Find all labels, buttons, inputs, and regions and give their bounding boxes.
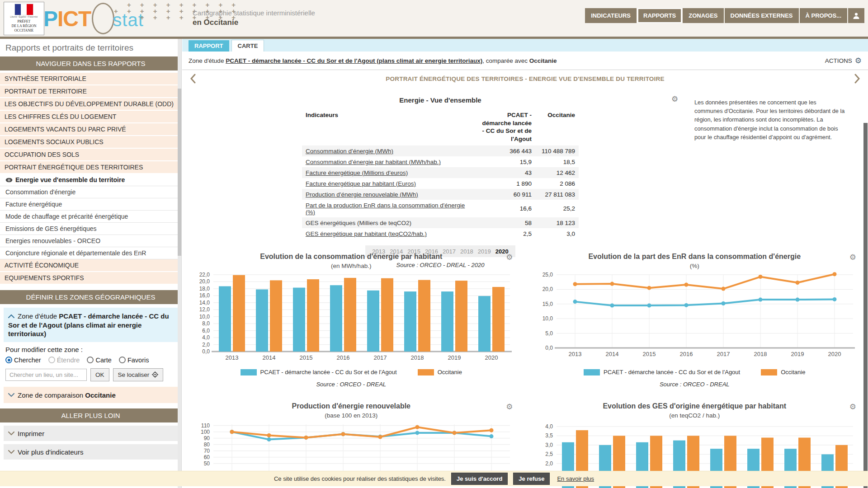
- actions-label: ACTIONS: [825, 57, 852, 64]
- indicator-label[interactable]: Consommation d'énergie par habitant (MWh…: [302, 156, 476, 167]
- table-settings-gear-icon[interactable]: ⚙: [671, 94, 678, 104]
- expander-imprimer[interactable]: Imprimer: [4, 426, 178, 441]
- sidebar-item[interactable]: OCCUPATION DES SOLS: [0, 149, 181, 161]
- chevron-right-icon: [854, 74, 860, 84]
- svg-text:2020: 2020: [828, 351, 841, 357]
- sidebar-title: Rapports et portraits de territoires: [0, 39, 181, 56]
- cookie-agree-button[interactable]: Je suis d'accord: [451, 473, 508, 485]
- sidebar-item[interactable]: SYNTHÈSE TERRITORIALE: [0, 73, 181, 85]
- table-row: Facture énergétique par habitant (Euros)…: [302, 178, 579, 189]
- search-input[interactable]: [5, 369, 87, 381]
- legend-swatch-icon: [761, 369, 777, 375]
- zone-etude-prefix: Zone d'étude: [18, 312, 59, 320]
- gov-line1: PRÉFET: [4, 19, 44, 24]
- region-value: 25,2: [535, 200, 579, 217]
- sidebar-item[interactable]: Mode de chauffage et précarité énergétiq…: [0, 211, 181, 223]
- view-tabstrip: RAPPORT CARTE: [182, 39, 868, 52]
- eye-icon: [5, 178, 13, 183]
- chart-settings-gear-icon[interactable]: ⚙: [506, 253, 513, 262]
- svg-text:2,5: 2,5: [546, 451, 553, 457]
- legend-swatch-icon: [418, 369, 434, 375]
- sidebar-item[interactable]: Emissions de GES énergétiques: [0, 223, 181, 235]
- legend-item: Occitanie: [761, 369, 805, 375]
- sidebar-item[interactable]: LES CHIFFRES CLÉS DU LOGEMENT: [0, 111, 181, 123]
- cookie-more-link[interactable]: En savoir plus: [557, 475, 594, 482]
- nav-item-rapports[interactable]: RAPPORTS: [637, 8, 682, 23]
- indicator-label[interactable]: Facture énergétique (Millions d'euros): [302, 167, 476, 178]
- expander-more-indicators[interactable]: Voir plus d'indicateurs: [4, 444, 178, 460]
- indicator-label[interactable]: Production d'énergie renouvelable (MWh): [302, 189, 476, 200]
- nav-item-indicateurs[interactable]: INDICATEURS: [585, 8, 637, 23]
- svg-text:15,0: 15,0: [542, 301, 553, 307]
- region-value: 3,0: [535, 228, 579, 239]
- chart-canvas: 22,020,018,016,014,012,010,08,06,04,02,0…: [186, 272, 516, 365]
- svg-text:2016: 2016: [680, 351, 693, 357]
- sidebar-item[interactable]: EQUIPEMENTS SPORTIFS: [0, 272, 181, 285]
- sidebar-item[interactable]: Facture énergétique: [0, 198, 181, 211]
- main-scrollbar[interactable]: [863, 88, 868, 486]
- zone-value: 16,6: [476, 200, 535, 217]
- radio-favoris[interactable]: Favoris: [119, 357, 149, 364]
- svg-text:2019: 2019: [791, 351, 804, 357]
- next-report-arrow[interactable]: [846, 74, 868, 84]
- radio-chercher[interactable]: Chercher: [5, 357, 41, 364]
- tab-rapport[interactable]: RAPPORT: [189, 40, 229, 52]
- tab-carte[interactable]: CARTE: [231, 40, 264, 52]
- sidebar-item[interactable]: PORTRAIT ÉNERGÉTIQUE DES TERRITOIRES: [0, 161, 181, 174]
- sidebar-item[interactable]: PORTRAIT DE TERRITOIRE: [0, 85, 181, 98]
- french-flag-icon: [14, 4, 33, 15]
- user-icon: [853, 12, 860, 19]
- sidebar-item[interactable]: Energies renouvelables - ORCEO: [0, 235, 181, 247]
- svg-text:4,0: 4,0: [546, 423, 553, 430]
- cookie-banner: Ce site utilise des cookies pour réalise…: [0, 471, 868, 486]
- zone-bar-link[interactable]: PCAET - démarche lancée - CC du Sor et d…: [226, 57, 482, 64]
- table-row: Part de la production EnR dans la consom…: [302, 200, 579, 217]
- search-ok-button[interactable]: OK: [90, 368, 109, 381]
- indicator-label[interactable]: Facture énergétique par habitant (Euros): [302, 178, 476, 189]
- svg-text:70: 70: [203, 448, 210, 454]
- svg-text:2017: 2017: [373, 354, 387, 361]
- expander-imprimer-label: Imprimer: [18, 430, 44, 437]
- overview-table-block: Energie - Vue d'ensemble Indicateurs PCA…: [302, 96, 579, 268]
- target-icon: [152, 371, 158, 378]
- chart-settings-gear-icon[interactable]: ⚙: [849, 253, 856, 262]
- sidebar-item[interactable]: Conjoncture régionale et départementale …: [0, 247, 181, 259]
- sidebar-item[interactable]: LOGEMENTS SOCIAUX PUBLICS: [0, 136, 181, 149]
- svg-text:22,0: 22,0: [199, 272, 210, 278]
- sidebar-item[interactable]: ACTIVITÉ ÉCONOMIQUE: [0, 259, 181, 272]
- zone-comparaison-panel[interactable]: Zone de comparaison Occitanie: [4, 387, 178, 403]
- sidebar-item[interactable]: LOGEMENTS VACANTS DU PARC PRIVÉ: [0, 123, 181, 136]
- zone-value: 366 443: [476, 145, 535, 156]
- svg-text:2016: 2016: [336, 354, 349, 361]
- user-menu-button[interactable]: [848, 8, 864, 23]
- main-area: RAPPORT CARTE Zone d'étude PCAET - démar…: [182, 39, 868, 488]
- locate-button[interactable]: Se localiser: [113, 368, 164, 381]
- radio-carte[interactable]: Carte: [87, 357, 111, 364]
- cookie-refuse-button[interactable]: Je refuse: [513, 473, 550, 485]
- nav-item--propos-[interactable]: À PROPOS...: [800, 8, 847, 23]
- svg-text:6,0: 6,0: [202, 328, 210, 334]
- chart-settings-gear-icon[interactable]: ⚙: [506, 402, 513, 412]
- previous-report-arrow[interactable]: [182, 74, 204, 84]
- svg-text:2,0: 2,0: [546, 460, 553, 467]
- svg-text:10,0: 10,0: [542, 315, 553, 322]
- svg-text:2018: 2018: [410, 354, 424, 361]
- chart-canvas: 25,020,015,010,05,00,0201320142015201620…: [529, 272, 859, 365]
- sidebar-item[interactable]: Consommation d'énergie: [0, 186, 181, 198]
- svg-text:5,0: 5,0: [546, 330, 553, 337]
- col-header-indicateurs: Indicateurs: [302, 110, 476, 145]
- indicator-label[interactable]: Consommation d'énergie (MWh): [302, 145, 476, 156]
- indicator-label[interactable]: Part de la production EnR dans la consom…: [302, 200, 476, 217]
- chart-settings-gear-icon[interactable]: ⚙: [849, 402, 856, 412]
- sidebar-scrollbar[interactable]: [178, 39, 181, 488]
- sidebar-item[interactable]: LES OBJECTIFS DU DÉVELOPPEMENT DURABLE (…: [0, 98, 181, 111]
- nav-item-donn-es-externes[interactable]: DONNÉES EXTERNES: [725, 8, 799, 23]
- table-row: Facture énergétique (Millions d'euros)43…: [302, 167, 579, 178]
- chevron-down-icon: [8, 391, 14, 399]
- sidebar-item[interactable]: Energie vue d'ensemble du territoire: [0, 174, 181, 186]
- nav-item-zonages[interactable]: ZONAGES: [683, 8, 723, 23]
- actions-button[interactable]: ACTIONS ⚙: [825, 56, 862, 66]
- zone-etude-panel[interactable]: Zone d'étude PCAET - démarche lancée - C…: [4, 308, 178, 342]
- svg-text:2020: 2020: [485, 354, 498, 361]
- indicator-label[interactable]: GES énergétique par habitant (teqCO2/hab…: [302, 228, 476, 239]
